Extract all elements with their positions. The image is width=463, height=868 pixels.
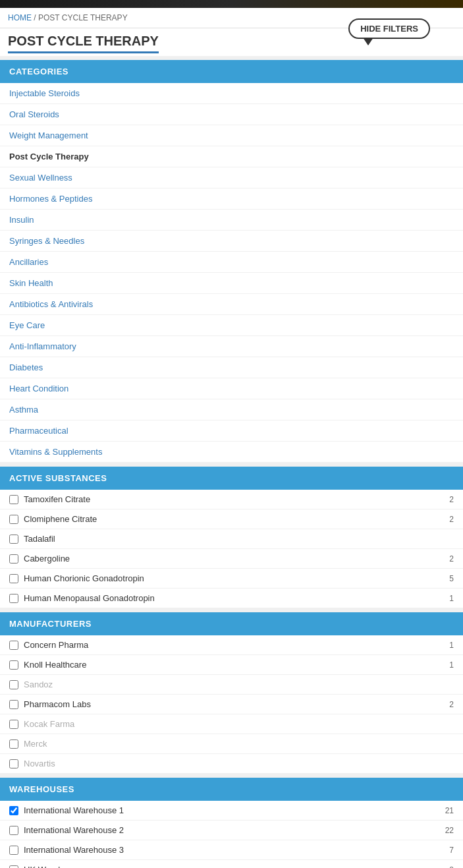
manufacturer-novartis: Novartis (0, 754, 463, 774)
categories-header: CATEGORIES (0, 60, 463, 83)
substance-hcg-label[interactable]: Human Chorionic Gonadotropin (24, 573, 144, 583)
manufacturer-knoll-healthcare-label[interactable]: Knoll Healthcare (24, 660, 86, 670)
substance-cabergoline: Cabergoline 2 (0, 549, 463, 569)
category-skin-health[interactable]: Skin Health (0, 273, 463, 294)
active-substances-section: ACTIVE SUBSTANCES Tamoxifen Citrate 2 Cl… (0, 467, 463, 608)
warehouse-uk-checkbox[interactable] (9, 865, 18, 869)
manufacturer-concern-pharma-count: 1 (449, 641, 454, 650)
category-ancillaries[interactable]: Ancillaries (0, 252, 463, 273)
manufacturer-pharmacom-labs: Pharmacom Labs 2 (0, 695, 463, 714)
manufacturer-merck-label[interactable]: Merck (24, 739, 47, 749)
manufacturer-sandoz-label[interactable]: Sandoz (24, 680, 53, 689)
warehouse-intl-3: International Warehouse 3 7 (0, 840, 463, 860)
category-sexual-wellness[interactable]: Sexual Wellness (0, 167, 463, 188)
manufacturer-novartis-label[interactable]: Novartis (24, 759, 55, 768)
category-post-cycle-therapy[interactable]: Post Cycle Therapy (0, 146, 463, 167)
substance-tadalafil-checkbox[interactable] (9, 535, 18, 544)
substance-clomiphene-label[interactable]: Clomiphene Citrate (24, 514, 97, 524)
substance-cabergoline-count: 2 (449, 554, 454, 564)
warehouse-intl-2: International Warehouse 2 22 (0, 821, 463, 840)
manufacturer-merck-checkbox[interactable] (9, 739, 18, 749)
manufacturer-concern-pharma-checkbox[interactable] (9, 641, 18, 650)
top-banner (0, 0, 463, 8)
manufacturer-knoll-healthcare-count: 1 (449, 660, 454, 670)
substance-hmg-checkbox[interactable] (9, 594, 18, 603)
substance-tadalafil-label[interactable]: Tadalafil (24, 534, 55, 544)
warehouse-intl-2-checkbox[interactable] (9, 826, 18, 835)
substance-tadalafil: Tadalafil (0, 529, 463, 549)
warehouses-header: WAREHOUSES (0, 778, 463, 801)
category-hormones-peptides[interactable]: Hormones & Peptides (0, 188, 463, 210)
substance-hcg-checkbox[interactable] (9, 574, 18, 583)
substance-tamoxifen: Tamoxifen Citrate 2 (0, 490, 463, 509)
manufacturer-pharmacom-labs-count: 2 (449, 700, 454, 709)
category-antibiotics-antivirals[interactable]: Antibiotics & Antivirals (0, 294, 463, 315)
manufacturer-concern-pharma: Concern Pharma 1 (0, 635, 463, 655)
manufacturer-pharmacom-labs-label[interactable]: Pharmacom Labs (24, 699, 91, 709)
warehouse-intl-1: International Warehouse 1 21 (0, 801, 463, 821)
warehouses-section: WAREHOUSES International Warehouse 1 21 … (0, 778, 463, 868)
manufacturer-sandoz: Sandoz (0, 675, 463, 695)
warehouse-intl-2-label[interactable]: International Warehouse 2 (24, 825, 124, 835)
warehouse-intl-1-count: 21 (445, 806, 454, 815)
warehouse-intl-2-count: 22 (445, 826, 454, 835)
manufacturer-kocak-farma-label[interactable]: Kocak Farma (24, 719, 74, 729)
category-heart-condition[interactable]: Heart Condition (0, 378, 463, 399)
manufacturer-knoll-healthcare: Knoll Healthcare 1 (0, 655, 463, 675)
substance-hcg-count: 5 (449, 574, 454, 583)
substance-clomiphene-count: 2 (449, 515, 454, 524)
page-title: POST CYCLE THERAPY (8, 34, 159, 53)
hide-filters-button[interactable]: HIDE FILTERS (348, 18, 430, 39)
category-oral-steroids[interactable]: Oral Steroids (0, 104, 463, 125)
manufacturer-pharmacom-labs-checkbox[interactable] (9, 700, 18, 709)
substance-hcg: Human Chorionic Gonadotropin 5 (0, 569, 463, 589)
substance-clomiphene: Clomiphene Citrate 2 (0, 509, 463, 529)
category-eye-care[interactable]: Eye Care (0, 315, 463, 336)
substance-cabergoline-checkbox[interactable] (9, 554, 18, 564)
category-vitamins-supplements[interactable]: Vitamins & Supplements (0, 442, 463, 463)
categories-section: CATEGORIES Injectable Steroids Oral Ster… (0, 60, 463, 463)
category-diabetes[interactable]: Diabetes (0, 357, 463, 378)
substance-clomiphene-checkbox[interactable] (9, 515, 18, 524)
warehouse-intl-1-checkbox[interactable] (9, 806, 18, 815)
category-syringes-needles[interactable]: Syringes & Needles (0, 231, 463, 252)
substance-tamoxifen-checkbox[interactable] (9, 495, 18, 504)
category-list: Injectable Steroids Oral Steroids Weight… (0, 83, 463, 463)
warehouse-uk: UK Warehouse 8 (0, 860, 463, 868)
manufacturer-kocak-farma-checkbox[interactable] (9, 720, 18, 729)
substance-hmg-count: 1 (449, 594, 454, 603)
manufacturer-sandoz-checkbox[interactable] (9, 680, 18, 689)
manufacturers-header: MANUFACTURERS (0, 612, 463, 635)
warehouse-intl-3-count: 7 (449, 846, 454, 855)
warehouse-intl-3-checkbox[interactable] (9, 846, 18, 855)
substance-tamoxifen-count: 2 (449, 495, 454, 504)
manufacturer-novartis-checkbox[interactable] (9, 759, 18, 768)
category-injectable-steroids[interactable]: Injectable Steroids (0, 83, 463, 104)
category-anti-inflammatory[interactable]: Anti-Inflammatory (0, 336, 463, 357)
breadcrumb-current: POST CYCLE THERAPY (38, 13, 128, 22)
substance-hmg-label[interactable]: Human Menopausal Gonadotropin (24, 593, 155, 603)
manufacturers-section: MANUFACTURERS Concern Pharma 1 Knoll Hea… (0, 612, 463, 774)
category-insulin[interactable]: Insulin (0, 210, 463, 231)
active-substances-header: ACTIVE SUBSTANCES (0, 467, 463, 490)
substance-tamoxifen-label[interactable]: Tamoxifen Citrate (24, 494, 90, 504)
manufacturer-concern-pharma-label[interactable]: Concern Pharma (24, 640, 88, 650)
warehouse-intl-3-label[interactable]: International Warehouse 3 (24, 845, 124, 855)
manufacturer-merck: Merck (0, 734, 463, 754)
page-title-area: POST CYCLE THERAPY HIDE FILTERS (0, 28, 463, 56)
substance-hmg: Human Menopausal Gonadotropin 1 (0, 589, 463, 608)
manufacturer-knoll-healthcare-checkbox[interactable] (9, 660, 18, 670)
category-pharmaceutical[interactable]: Pharmaceutical (0, 420, 463, 442)
warehouse-uk-label[interactable]: UK Warehouse (24, 865, 82, 868)
category-asthma[interactable]: Asthma (0, 399, 463, 420)
substance-cabergoline-label[interactable]: Cabergoline (24, 554, 70, 564)
category-weight-management[interactable]: Weight Management (0, 125, 463, 146)
manufacturer-kocak-farma: Kocak Farma (0, 714, 463, 734)
breadcrumb-home[interactable]: HOME (8, 13, 32, 22)
warehouse-intl-1-label[interactable]: International Warehouse 1 (24, 805, 124, 815)
warehouse-uk-count: 8 (449, 865, 454, 869)
